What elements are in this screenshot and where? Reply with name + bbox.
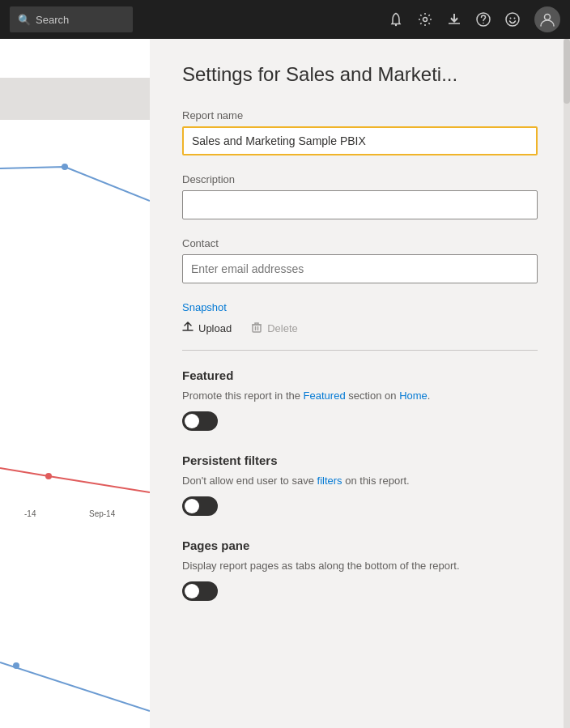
persistent-filters-desc: Don't allow end user to save filters on … [182, 474, 538, 488]
svg-point-5 [510, 18, 512, 19]
persistent-filters-section: Persistent filters Don't allow end user … [182, 453, 538, 516]
persistent-filters-title: Persistent filters [182, 453, 538, 467]
contact-label: Contact [182, 237, 538, 249]
snapshot-actions: Upload Delete [182, 321, 538, 335]
notification-icon[interactable] [389, 12, 403, 27]
topbar-icons [389, 6, 560, 32]
download-icon[interactable] [447, 12, 462, 27]
svg-point-1 [423, 18, 428, 22]
delete-button[interactable]: Delete [251, 321, 298, 335]
scrollbar-thumb[interactable] [564, 39, 570, 104]
report-name-group: Report name [182, 109, 538, 155]
svg-point-7 [545, 15, 551, 20]
featured-link: Featured [304, 390, 346, 402]
feedback-icon[interactable] [505, 12, 520, 27]
persistent-desc-part1: Don't allow end user to save [182, 475, 317, 487]
featured-desc: Promote this report in the Featured sect… [182, 389, 538, 403]
svg-point-3 [483, 23, 484, 24]
background-chart: -14 Sep-14 [0, 39, 150, 728]
upload-label: Upload [198, 322, 232, 334]
svg-point-8 [62, 164, 68, 170]
scrollbar-track [564, 39, 570, 728]
divider [182, 350, 538, 351]
search-label: Search [36, 14, 69, 26]
home-link: Home [399, 390, 428, 402]
featured-desc-end: . [428, 390, 431, 402]
snapshot-section: Snapshot Upload [182, 301, 538, 351]
settings-panel: Settings for Sales and Marketi... Report… [150, 39, 570, 728]
filters-link: filters [317, 475, 342, 487]
svg-point-6 [514, 18, 516, 19]
upload-button[interactable]: Upload [182, 321, 232, 335]
settings-icon[interactable] [418, 12, 432, 27]
pages-pane-toggle[interactable] [182, 581, 218, 601]
persistent-filters-toggle[interactable] [182, 496, 218, 516]
svg-point-0 [395, 24, 397, 26]
search-box[interactable]: 🔍 Search [10, 6, 133, 32]
svg-point-10 [13, 662, 19, 669]
snapshot-label: Snapshot [182, 301, 538, 313]
svg-text:Sep-14: Sep-14 [89, 509, 116, 518]
featured-toggle[interactable] [182, 411, 218, 431]
help-icon[interactable] [476, 12, 491, 27]
pages-pane-section: Pages pane Display report pages as tabs … [182, 539, 538, 601]
delete-icon [251, 321, 262, 335]
avatar-icon[interactable] [534, 6, 560, 32]
pages-pane-desc: Display report pages as tabs along the b… [182, 559, 538, 573]
svg-text:-14: -14 [24, 509, 36, 518]
panel-title: Settings for Sales and Marketi... [182, 63, 538, 87]
svg-point-9 [45, 473, 52, 479]
description-label: Description [182, 173, 538, 185]
report-name-label: Report name [182, 109, 538, 121]
contact-input[interactable] [182, 254, 538, 283]
search-icon: 🔍 [18, 14, 31, 26]
upload-icon [182, 321, 194, 335]
description-group: Description [182, 173, 538, 219]
featured-title: Featured [182, 368, 538, 382]
topbar: 🔍 Search [0, 0, 570, 39]
featured-desc-part1: Promote this report in the [182, 390, 304, 402]
svg-rect-13 [253, 325, 261, 332]
svg-point-4 [506, 13, 519, 26]
delete-label: Delete [267, 322, 298, 334]
contact-group: Contact [182, 237, 538, 283]
featured-desc-part2: section on [346, 390, 400, 402]
featured-section: Featured Promote this report in the Feat… [182, 368, 538, 431]
report-name-input[interactable] [182, 126, 538, 155]
pages-pane-title: Pages pane [182, 539, 538, 552]
persistent-desc-part2: on this report. [342, 475, 410, 487]
description-input[interactable] [182, 190, 538, 219]
